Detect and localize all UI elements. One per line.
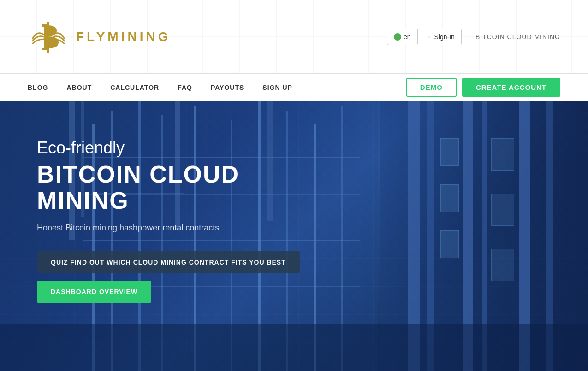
logo-icon xyxy=(28,16,69,58)
create-account-button[interactable]: CREATE ACCOUNT xyxy=(462,78,560,97)
svg-rect-3 xyxy=(47,22,49,26)
quiz-button[interactable]: QUIZ FIND OUT WHICH CLOUD MINING CONTRAC… xyxy=(37,251,300,273)
nav-payouts[interactable]: PAYOUTS xyxy=(211,84,244,91)
nav-actions: DEMO CREATE ACCOUNT xyxy=(406,78,560,97)
svg-rect-4 xyxy=(47,48,49,53)
top-right: en → Sign-In BITCOIN CLOUD MINING xyxy=(387,29,560,45)
signin-icon: → xyxy=(424,33,432,41)
hero-tagline: Eco-friendly xyxy=(37,138,337,158)
nav-links: BLOG ABOUT CALCULATOR FAQ PAYOUTS SIGN U… xyxy=(28,84,292,91)
lang-label: en xyxy=(404,33,411,41)
demo-button[interactable]: DEMO xyxy=(406,78,457,97)
top-bar: FLYMINING en → Sign-In BITCOIN CLOUD MIN… xyxy=(0,0,588,74)
nav-bar: BLOG ABOUT CALCULATOR FAQ PAYOUTS SIGN U… xyxy=(0,74,588,101)
signin-label: Sign-In xyxy=(434,33,455,41)
signin-button[interactable]: → Sign-In xyxy=(418,29,461,45)
nav-blog[interactable]: BLOG xyxy=(28,84,48,91)
svg-rect-0 xyxy=(44,25,48,49)
globe-icon xyxy=(394,33,401,41)
logo-area: FLYMINING xyxy=(28,16,171,58)
lang-button[interactable]: en xyxy=(387,29,418,44)
nav-signup[interactable]: SIGN UP xyxy=(262,84,292,91)
bitcoin-cloud-mining-text: BITCOIN CLOUD MINING xyxy=(475,33,560,41)
hero-subtitle: Honest Bitcoin mining hashpower rental c… xyxy=(37,223,337,233)
nav-about[interactable]: ABOUT xyxy=(66,84,92,91)
logo-text: FLYMINING xyxy=(76,29,171,44)
hero-content: Eco-friendly BITCOIN CLOUD MINING Honest… xyxy=(37,138,337,303)
hero-title: BITCOIN CLOUD MINING xyxy=(37,161,337,214)
nav-calculator[interactable]: CALCULATOR xyxy=(110,84,159,91)
dashboard-button[interactable]: DASHBOARD OVERVIEW xyxy=(37,281,151,303)
hero-section: Eco-friendly BITCOIN CLOUD MINING Honest… xyxy=(0,101,588,371)
nav-faq[interactable]: FAQ xyxy=(178,84,192,91)
lang-signin-group: en → Sign-In xyxy=(387,29,462,45)
